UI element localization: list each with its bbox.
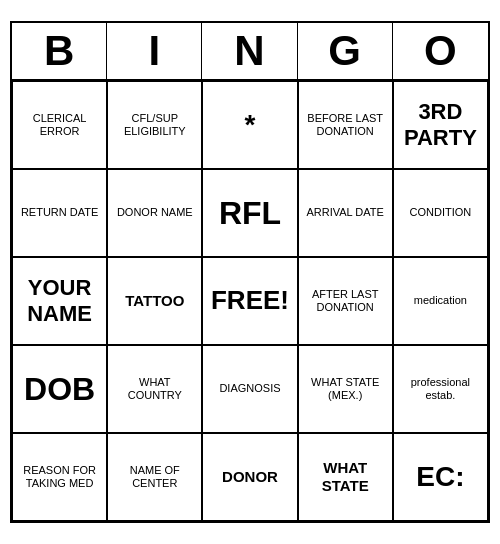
cell-6: DONOR NAME <box>107 169 202 257</box>
cell-18: WHAT STATE (MEX.) <box>298 345 393 433</box>
cell-14: medication <box>393 257 488 345</box>
letter-i: I <box>107 23 202 79</box>
cell-19: professional estab. <box>393 345 488 433</box>
cell-7: RFL <box>202 169 297 257</box>
cell-1: CFL/SUP ELIGIBILITY <box>107 81 202 169</box>
cell-5: RETURN DATE <box>12 169 107 257</box>
bingo-header: B I N G O <box>12 23 488 81</box>
cell-17: DIAGNOSIS <box>202 345 297 433</box>
bingo-card: B I N G O CLERICAL ERROR CFL/SUP ELIGIBI… <box>10 21 490 523</box>
cell-21: NAME OF CENTER <box>107 433 202 521</box>
cell-23: WHAT STATE <box>298 433 393 521</box>
cell-9: CONDITION <box>393 169 488 257</box>
cell-11: TATTOO <box>107 257 202 345</box>
cell-10: YOUR NAME <box>12 257 107 345</box>
cell-3: BEFORE LAST DONATION <box>298 81 393 169</box>
cell-16: WHAT COUNTRY <box>107 345 202 433</box>
letter-g: G <box>298 23 393 79</box>
cell-4: 3RD PARTY <box>393 81 488 169</box>
cell-15: DOB <box>12 345 107 433</box>
cell-20: REASON FOR TAKING MED <box>12 433 107 521</box>
letter-o: O <box>393 23 488 79</box>
cell-8: ARRIVAL DATE <box>298 169 393 257</box>
letter-b: B <box>12 23 107 79</box>
cell-13: AFTER LAST DONATION <box>298 257 393 345</box>
cell-22: DONOR <box>202 433 297 521</box>
bingo-grid: CLERICAL ERROR CFL/SUP ELIGIBILITY * BEF… <box>12 81 488 521</box>
cell-2: * <box>202 81 297 169</box>
cell-12: FREE! <box>202 257 297 345</box>
cell-24: EC: <box>393 433 488 521</box>
cell-0: CLERICAL ERROR <box>12 81 107 169</box>
letter-n: N <box>202 23 297 79</box>
